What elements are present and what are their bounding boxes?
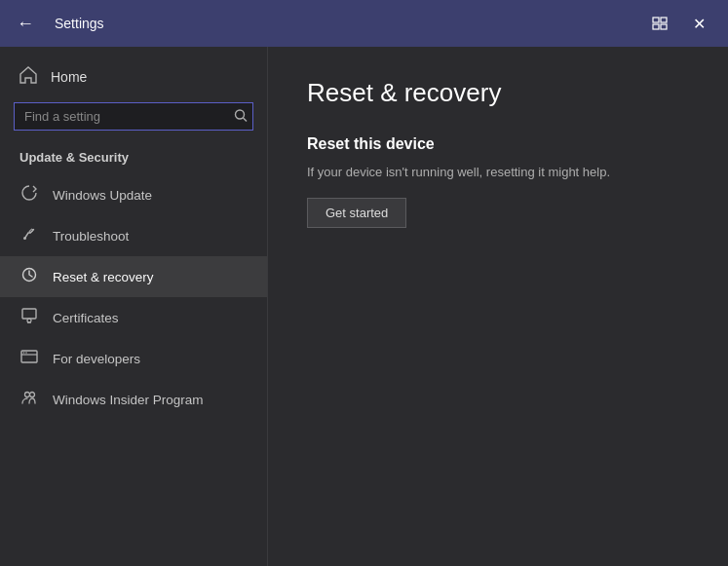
troubleshoot-icon xyxy=(19,225,39,246)
svg-point-14 xyxy=(23,352,25,354)
title-bar: ← Settings ✕ xyxy=(0,0,728,47)
search-input[interactable] xyxy=(14,102,253,131)
window-icon-button[interactable] xyxy=(642,6,677,41)
svg-rect-2 xyxy=(653,24,659,29)
svg-rect-3 xyxy=(661,24,667,29)
title-bar-left: ← Settings xyxy=(12,10,104,37)
app-title: Settings xyxy=(55,16,104,31)
main-content: Reset & recovery Reset this device If yo… xyxy=(268,47,728,566)
app-body: Home Update & Security Windows Update xyxy=(0,47,728,566)
svg-point-17 xyxy=(30,393,35,397)
back-button[interactable]: ← xyxy=(12,10,39,37)
title-bar-right: ✕ xyxy=(642,6,716,41)
sidebar-item-label: Windows Update xyxy=(53,188,152,203)
svg-line-5 xyxy=(244,118,248,122)
svg-point-15 xyxy=(25,352,27,354)
svg-point-16 xyxy=(25,393,30,397)
sidebar-item-home[interactable]: Home xyxy=(0,58,267,94)
svg-rect-0 xyxy=(653,18,659,22)
reset-section-desc: If your device isn't running well, reset… xyxy=(307,163,689,182)
reset-section-title: Reset this device xyxy=(307,135,689,153)
sidebar-item-label: Troubleshoot xyxy=(53,229,129,244)
svg-point-6 xyxy=(23,237,26,240)
home-label: Home xyxy=(51,69,87,85)
reset-recovery-icon xyxy=(19,266,39,287)
sidebar-item-label: Reset & recovery xyxy=(53,270,154,284)
home-icon xyxy=(19,66,37,87)
sidebar-item-windows-insider[interactable]: Windows Insider Program xyxy=(0,379,267,420)
windows-update-icon xyxy=(19,184,39,206)
close-button[interactable]: ✕ xyxy=(681,6,716,41)
sidebar-item-label: Windows Insider Program xyxy=(53,393,204,407)
windows-insider-icon xyxy=(19,389,39,410)
sidebar-item-label: Certificates xyxy=(53,311,119,325)
search-box xyxy=(14,102,253,131)
page-title: Reset & recovery xyxy=(307,78,689,108)
sidebar-section-title: Update & Security xyxy=(0,144,267,174)
sidebar-item-reset-recovery[interactable]: Reset & recovery xyxy=(0,256,267,297)
sidebar-item-troubleshoot[interactable]: Troubleshoot xyxy=(0,215,267,256)
svg-point-4 xyxy=(236,110,245,119)
reset-section: Reset this device If your device isn't r… xyxy=(307,135,689,228)
sidebar-item-label: For developers xyxy=(53,352,140,366)
search-icon-button[interactable] xyxy=(234,108,248,125)
for-developers-icon xyxy=(19,348,39,369)
certificates-icon xyxy=(19,307,39,328)
sidebar-item-for-developers[interactable]: For developers xyxy=(0,338,267,379)
svg-rect-9 xyxy=(22,309,36,319)
svg-rect-1 xyxy=(661,18,667,22)
sidebar-item-certificates[interactable]: Certificates xyxy=(0,297,267,338)
get-started-button[interactable]: Get started xyxy=(307,198,406,228)
sidebar-item-windows-update[interactable]: Windows Update xyxy=(0,174,267,215)
sidebar: Home Update & Security Windows Update xyxy=(0,47,268,566)
svg-rect-7 xyxy=(29,229,33,233)
